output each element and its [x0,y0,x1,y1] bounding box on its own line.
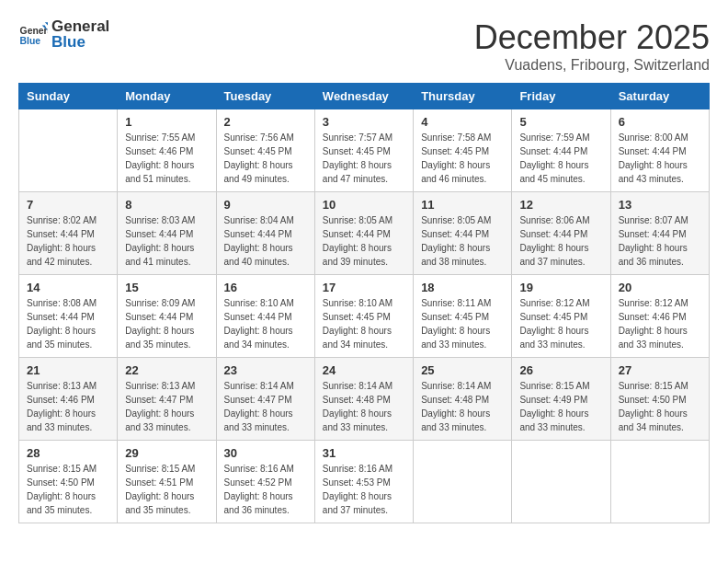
calendar-cell: 28Sunrise: 8:15 AMSunset: 4:50 PMDayligh… [19,441,118,523]
cell-day-number: 1 [125,115,208,129]
calendar-cell: 6Sunrise: 8:00 AMSunset: 4:44 PMDaylight… [610,109,709,192]
cell-day-number: 25 [421,363,504,377]
calendar-week-row: 28Sunrise: 8:15 AMSunset: 4:50 PMDayligh… [19,441,710,523]
calendar-cell: 18Sunrise: 8:11 AMSunset: 4:45 PMDayligh… [414,275,512,358]
cell-info: Sunrise: 7:58 AMSunset: 4:45 PMDaylight:… [421,131,504,186]
cell-info: Sunrise: 8:15 AMSunset: 4:50 PMDaylight:… [27,462,109,517]
cell-day-number: 15 [125,281,208,294]
header-wednesday: Wednesday [314,84,413,109]
cell-info: Sunrise: 7:59 AMSunset: 4:44 PMDaylight:… [519,131,602,186]
cell-day-number: 3 [323,115,405,129]
cell-day-number: 2 [224,115,307,129]
cell-day-number: 23 [224,363,307,377]
calendar-cell: 24Sunrise: 8:14 AMSunset: 4:48 PMDayligh… [314,358,413,441]
cell-info: Sunrise: 8:13 AMSunset: 4:46 PMDaylight:… [27,379,109,434]
location-title: Vuadens, Fribourg, Switzerland [474,57,710,74]
cell-info: Sunrise: 8:10 AMSunset: 4:44 PMDaylight:… [224,296,307,351]
calendar-cell: 12Sunrise: 8:06 AMSunset: 4:44 PMDayligh… [512,192,610,275]
calendar-cell: 16Sunrise: 8:10 AMSunset: 4:44 PMDayligh… [216,275,314,358]
header-sunday: Sunday [19,84,118,109]
calendar-table: SundayMondayTuesdayWednesdayThursdayFrid… [18,83,710,523]
cell-day-number: 5 [519,115,602,129]
cell-day-number: 7 [27,198,109,212]
cell-day-number: 30 [224,446,307,460]
cell-info: Sunrise: 8:12 AMSunset: 4:46 PMDaylight:… [619,296,701,351]
cell-day-number: 10 [323,198,405,212]
header-friday: Friday [512,84,610,109]
calendar-cell [19,109,118,192]
cell-info: Sunrise: 8:02 AMSunset: 4:44 PMDaylight:… [27,213,109,269]
cell-day-number: 18 [421,281,504,294]
cell-info: Sunrise: 8:05 AMSunset: 4:44 PMDaylight:… [323,213,405,269]
calendar-cell: 20Sunrise: 8:12 AMSunset: 4:46 PMDayligh… [610,275,709,358]
cell-info: Sunrise: 8:14 AMSunset: 4:47 PMDaylight:… [224,379,307,434]
cell-info: Sunrise: 8:15 AMSunset: 4:51 PMDaylight:… [125,462,208,517]
cell-info: Sunrise: 8:04 AMSunset: 4:44 PMDaylight:… [224,213,307,269]
calendar-cell: 13Sunrise: 8:07 AMSunset: 4:44 PMDayligh… [610,192,709,275]
cell-info: Sunrise: 8:15 AMSunset: 4:49 PMDaylight:… [519,379,602,434]
calendar-cell: 11Sunrise: 8:05 AMSunset: 4:44 PMDayligh… [414,192,512,275]
calendar-cell: 15Sunrise: 8:09 AMSunset: 4:44 PMDayligh… [118,275,216,358]
cell-info: Sunrise: 8:16 AMSunset: 4:52 PMDaylight:… [224,462,307,517]
calendar-cell: 1Sunrise: 7:55 AMSunset: 4:46 PMDaylight… [118,109,216,192]
cell-day-number: 4 [421,115,504,129]
calendar-cell: 22Sunrise: 8:13 AMSunset: 4:47 PMDayligh… [118,358,216,441]
calendar-cell: 9Sunrise: 8:04 AMSunset: 4:44 PMDaylight… [216,192,314,275]
calendar-cell: 29Sunrise: 8:15 AMSunset: 4:51 PMDayligh… [118,441,216,523]
cell-info: Sunrise: 7:55 AMSunset: 4:46 PMDaylight:… [125,131,208,186]
cell-day-number: 8 [125,198,208,212]
cell-day-number: 12 [519,198,602,212]
calendar-cell: 30Sunrise: 8:16 AMSunset: 4:52 PMDayligh… [216,441,314,523]
cell-info: Sunrise: 8:11 AMSunset: 4:45 PMDaylight:… [421,296,504,351]
cell-day-number: 20 [619,281,701,294]
calendar-cell: 17Sunrise: 8:10 AMSunset: 4:45 PMDayligh… [314,275,413,358]
calendar-cell: 23Sunrise: 8:14 AMSunset: 4:47 PMDayligh… [216,358,314,441]
calendar-cell: 3Sunrise: 7:57 AMSunset: 4:45 PMDaylight… [314,109,413,192]
cell-day-number: 26 [519,363,602,377]
calendar-cell: 10Sunrise: 8:05 AMSunset: 4:44 PMDayligh… [314,192,413,275]
calendar-cell: 27Sunrise: 8:15 AMSunset: 4:50 PMDayligh… [610,358,709,441]
svg-text:Blue: Blue [20,36,41,46]
cell-info: Sunrise: 8:14 AMSunset: 4:48 PMDaylight:… [421,379,504,434]
svg-text:General: General [20,26,48,36]
calendar-cell: 21Sunrise: 8:13 AMSunset: 4:46 PMDayligh… [19,358,118,441]
cell-day-number: 14 [27,281,109,294]
cell-day-number: 27 [619,363,701,377]
calendar-cell: 8Sunrise: 8:03 AMSunset: 4:44 PMDaylight… [118,192,216,275]
calendar-header-row: SundayMondayTuesdayWednesdayThursdayFrid… [19,84,710,109]
cell-info: Sunrise: 8:16 AMSunset: 4:53 PMDaylight:… [323,462,405,517]
cell-info: Sunrise: 7:56 AMSunset: 4:45 PMDaylight:… [224,131,307,186]
calendar-cell: 4Sunrise: 7:58 AMSunset: 4:45 PMDaylight… [414,109,512,192]
calendar-cell: 26Sunrise: 8:15 AMSunset: 4:49 PMDayligh… [512,358,610,441]
calendar-cell: 2Sunrise: 7:56 AMSunset: 4:45 PMDaylight… [216,109,314,192]
cell-info: Sunrise: 8:10 AMSunset: 4:45 PMDaylight:… [323,296,405,351]
cell-day-number: 11 [421,198,504,212]
cell-day-number: 17 [323,281,405,294]
calendar-cell [512,441,610,523]
calendar-cell: 25Sunrise: 8:14 AMSunset: 4:48 PMDayligh… [414,358,512,441]
calendar-week-row: 1Sunrise: 7:55 AMSunset: 4:46 PMDaylight… [19,109,710,192]
calendar-cell: 19Sunrise: 8:12 AMSunset: 4:45 PMDayligh… [512,275,610,358]
cell-day-number: 16 [224,281,307,294]
header-tuesday: Tuesday [216,84,314,109]
cell-info: Sunrise: 8:07 AMSunset: 4:44 PMDaylight:… [619,213,701,269]
cell-day-number: 21 [27,363,109,377]
cell-info: Sunrise: 8:00 AMSunset: 4:44 PMDaylight:… [619,131,701,186]
cell-day-number: 19 [519,281,602,294]
calendar-week-row: 21Sunrise: 8:13 AMSunset: 4:46 PMDayligh… [19,358,710,441]
cell-day-number: 6 [619,115,701,129]
cell-info: Sunrise: 8:05 AMSunset: 4:44 PMDaylight:… [421,213,504,269]
cell-info: Sunrise: 8:14 AMSunset: 4:48 PMDaylight:… [323,379,405,434]
header-thursday: Thursday [414,84,512,109]
calendar-cell: 14Sunrise: 8:08 AMSunset: 4:44 PMDayligh… [19,275,118,358]
cell-day-number: 24 [323,363,405,377]
cell-day-number: 13 [619,198,701,212]
cell-day-number: 28 [27,446,109,460]
calendar-week-row: 14Sunrise: 8:08 AMSunset: 4:44 PMDayligh… [19,275,710,358]
logo-blue-text: Blue [51,33,85,51]
logo: General Blue General Blue [18,18,109,50]
calendar-week-row: 7Sunrise: 8:02 AMSunset: 4:44 PMDaylight… [19,192,710,275]
cell-info: Sunrise: 8:09 AMSunset: 4:44 PMDaylight:… [125,296,208,351]
logo-icon: General Blue [18,19,48,49]
cell-info: Sunrise: 8:13 AMSunset: 4:47 PMDaylight:… [125,379,208,434]
